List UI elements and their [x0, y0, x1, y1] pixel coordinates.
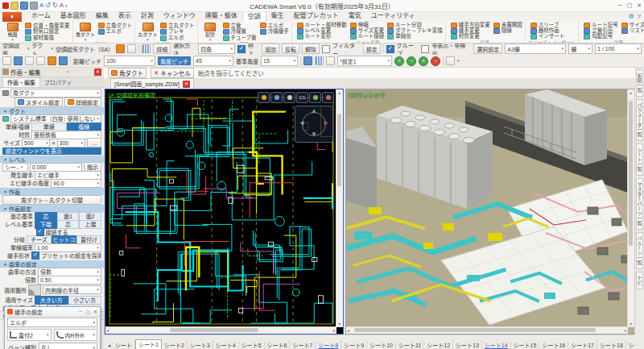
duct-system[interactable]: 空調給気ダクト（SA） [56, 45, 114, 53]
application-menu-button[interactable]: ▾ [2, 12, 22, 22]
preset-combo[interactable]: *設定1▾ [337, 56, 392, 66]
zoom-in-button[interactable]: + [394, 56, 404, 66]
sheet-tab[interactable]: シート13 [453, 341, 482, 349]
ribbon-big-button[interactable]: 配管 ▾ [200, 23, 221, 41]
cancel-button[interactable]: ✕ キャンセル [151, 68, 194, 78]
ortho-tool-icon[interactable] [47, 56, 56, 65]
view3d-horizontal-scrollbar[interactable]: ◂ ▸ [346, 326, 628, 334]
size-height-combo[interactable]: 300▾ [57, 139, 85, 147]
open-file-icon[interactable] [10, 2, 19, 10]
settings-button[interactable] [322, 92, 334, 103]
layer-grid-icon[interactable] [315, 56, 324, 65]
arc-tool-icon[interactable] [25, 56, 34, 65]
joint-angle-combo[interactable]: 90.0▾ [51, 179, 101, 188]
elbow-style-1-combo[interactable]: 直付2▾ [7, 329, 52, 341]
docked-panel-tab[interactable]: ナビ [636, 272, 643, 289]
sheet-tab[interactable]: シート4 [213, 341, 239, 349]
cg-view-button[interactable]: CG [296, 92, 308, 103]
ribbon-item[interactable]: チューブ管 [223, 35, 257, 41]
size-width-combo[interactable]: 500▾ [22, 139, 50, 147]
ribbon-item[interactable]: 材質変更 [451, 34, 490, 39]
add-button[interactable]: 追加 [262, 44, 279, 54]
active-tool-button[interactable]: 角ダクト [108, 68, 147, 78]
preset-checkbox[interactable] [31, 251, 39, 260]
ribbon-big-button[interactable]: 角ダクト ▾ [76, 23, 96, 41]
base-angle-combo[interactable]: 15▾ [261, 56, 298, 66]
save-icon[interactable] [20, 2, 28, 10]
ratio-combo[interactable]: 1.00▾ [35, 243, 101, 252]
duct-switch-button[interactable]: 角ダクト⇔丸ダクト切替 [2, 195, 101, 205]
angle-pitch-combo[interactable]: 45▾ [193, 56, 233, 66]
panel-close-icon[interactable]: ✕ [94, 69, 101, 76]
pen-settings-icon[interactable] [303, 56, 312, 65]
zoom-out-button[interactable]: − [407, 56, 416, 66]
ribbon-item[interactable]: 冷媒継手 [260, 29, 289, 35]
sheet-tab[interactable]: シート11 [396, 341, 424, 349]
drawing-2d-view[interactable]: 1F 空調換気設備図 CG ▲ ► ◄ ▼ ▴ ▾ ◂ ▸ [105, 89, 344, 334]
grid-icon[interactable] [142, 44, 151, 53]
document-close-icon[interactable]: ✕ [183, 81, 190, 88]
sheet-tab[interactable]: シート15 [511, 341, 540, 349]
style-settings-button[interactable]: スタイル設定 [14, 98, 63, 107]
sheet-tab[interactable]: シート12 [424, 341, 453, 349]
ribbon-tab[interactable]: 空調 [242, 10, 266, 22]
ribbon-item[interactable]: 制気口設定 [25, 29, 70, 35]
orientation-combo[interactable]: 横▾ [568, 44, 592, 54]
vane-combo[interactable]: なし▾ [39, 343, 97, 349]
sheet-tab[interactable]: シート1 [135, 339, 162, 349]
font-size-icon[interactable]: A [60, 2, 64, 9]
detail-settings-button[interactable]: 詳細設定 [64, 98, 101, 107]
close-button[interactable]: ✕ [637, 2, 642, 9]
view2d-vertical-scrollbar[interactable]: ▴ ▾ [336, 89, 343, 327]
sheet-tab[interactable]: シート8 [316, 341, 341, 349]
scale-combo[interactable]: 1 / 100▾ [595, 44, 642, 54]
joint-type-combo[interactable]: エルボ▾ [7, 318, 97, 327]
invert-button[interactable]: 反転 [282, 44, 299, 54]
document-tab[interactable]: [Smart図面_sample.ZDW] ✕ [110, 78, 194, 89]
filter-config-button[interactable]: 設定 [363, 44, 381, 54]
ribbon-item[interactable]: エルボ [160, 35, 195, 41]
nav-left-arrow-icon[interactable]: ◄ [299, 120, 305, 127]
apply-target-combo[interactable]: 内側線の半径▾ [43, 285, 101, 294]
ribbon-item[interactable]: エルボ [98, 29, 133, 35]
zoom-window-button[interactable] [270, 92, 283, 103]
filter-checkbox[interactable] [322, 45, 330, 53]
undo-icon[interactable]: ↺ [45, 2, 51, 9]
size-more-button[interactable]: … [87, 138, 101, 147]
docked-panel-tab[interactable]: マスターパーツ一覧 [636, 178, 643, 230]
dialog-maximize-button[interactable]: ▢ [85, 309, 90, 314]
sheet-tab[interactable]: シート7 [290, 341, 316, 349]
maximize-button[interactable]: ▢ [627, 2, 633, 9]
polyline-tool-icon[interactable] [14, 56, 23, 65]
ribbon-big-button[interactable]: 機器 ▾ [2, 23, 23, 41]
sheet-tab[interactable]: シート9 [341, 341, 367, 349]
level-ref-combo[interactable]: シー..▾ [2, 163, 28, 172]
app-logo-icon[interactable] [2, 2, 9, 9]
sheet-tab[interactable]: シート3 [188, 341, 213, 349]
pitch-combo[interactable]: 100▾ [104, 56, 155, 66]
zoom-reset-button[interactable]: − [431, 56, 440, 66]
tool-select-combo[interactable]: 角ダクト▾ [10, 89, 101, 98]
font-icon[interactable]: A [39, 2, 43, 9]
eyedropper-icon[interactable] [127, 44, 136, 53]
sheet-tab[interactable]: シート6 [265, 341, 291, 349]
nav-down-arrow-icon[interactable]: ▼ [311, 131, 317, 138]
sheet-tab[interactable]: シート2 [162, 341, 188, 349]
toggle-option[interactable]: 小さい方 [68, 296, 102, 305]
show-settings-window-button[interactable]: 設定ウィンドウを表示 [2, 147, 101, 155]
sheet-tab[interactable]: シート18 [597, 341, 626, 349]
zoom-extents-button[interactable] [283, 92, 295, 103]
sheet-tab[interactable]: シート [113, 341, 135, 349]
sheet-tab[interactable]: シート10 [367, 341, 396, 349]
sheet-tab[interactable]: シート19 [626, 341, 635, 349]
docked-panel-tab[interactable]: 系統一覧 [636, 69, 643, 97]
docked-panel-tab[interactable]: シート一覧 [636, 143, 643, 176]
docked-panel-tab[interactable]: バルーン一覧 [636, 232, 643, 269]
settings-gear-icon[interactable]: ⚙ [628, 13, 634, 20]
sheet-tab[interactable]: シート14 [482, 341, 511, 349]
layout-button[interactable] [309, 92, 321, 103]
pin-icon[interactable]: ▪ [67, 69, 68, 74]
connect-checkbox[interactable] [36, 228, 44, 236]
list-view-icon[interactable] [446, 56, 455, 65]
sheet-scroll-left-icon[interactable]: ◂ [105, 341, 113, 349]
